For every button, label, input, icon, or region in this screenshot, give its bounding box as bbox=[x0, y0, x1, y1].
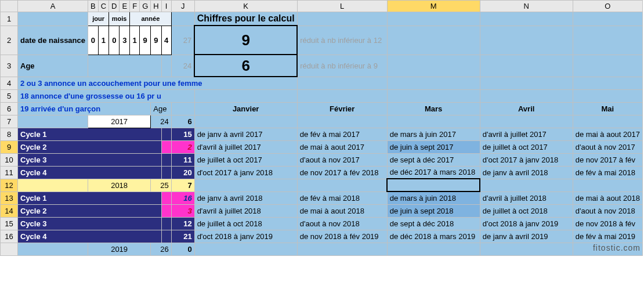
cell2-c2-n[interactable]: de juillet à oct 2018 bbox=[480, 204, 573, 217]
cell-c2-l[interactable]: de mai à aout 2017 bbox=[297, 140, 387, 153]
calc-title: Chiffres pour le calcul bbox=[194, 12, 297, 26]
row-6[interactable]: 6 bbox=[1, 102, 18, 115]
date-digit-1[interactable]: 1 bbox=[98, 26, 108, 55]
col-G[interactable]: G bbox=[140, 1, 151, 12]
calc-note-9: réduit à nb inférieur à 9 bbox=[297, 55, 387, 77]
col-F[interactable]: F bbox=[130, 1, 140, 12]
cell2-c2-o[interactable]: d'aout à nov 2018 bbox=[573, 204, 642, 217]
cell-c3-l[interactable]: d'aout à nov 2017 bbox=[297, 153, 387, 166]
col-A[interactable]: A bbox=[18, 1, 88, 12]
cell-c3-n[interactable]: d'oct 2017 à janv 2018 bbox=[480, 153, 573, 166]
date-digit-3[interactable]: 3 bbox=[120, 26, 130, 55]
cell2-c4-o[interactable]: de fév à mai 2019 bbox=[573, 230, 642, 243]
cell2-c2-k[interactable]: d'avril à juillet 2018 bbox=[194, 204, 297, 217]
val-2018: 7 bbox=[171, 179, 194, 191]
row-11[interactable]: 11 bbox=[1, 166, 18, 179]
cell-c1-k[interactable]: de janv à avril 2017 bbox=[194, 128, 297, 140]
col-K[interactable]: K bbox=[194, 1, 297, 12]
cell-c4-k[interactable]: d'oct 2017 à janv 2018 bbox=[194, 166, 297, 179]
date-digit-4[interactable]: 1 bbox=[130, 26, 140, 55]
row-12[interactable]: 12 bbox=[1, 179, 18, 191]
col-B[interactable]: B bbox=[88, 1, 99, 12]
cell-c1-m[interactable]: de mars à juin 2017 bbox=[387, 128, 480, 140]
note-row-4: 2 ou 3 annonce un accouchement pour une … bbox=[18, 77, 298, 89]
cell2-c1-l[interactable]: de fév à mai 2018 bbox=[297, 191, 387, 204]
row-14[interactable]: 14 bbox=[1, 204, 18, 217]
row-10[interactable]: 10 bbox=[1, 153, 18, 166]
cell2-c4-m[interactable]: de déc 2018 à mars 2019 bbox=[387, 230, 480, 243]
row-8[interactable]: 8 bbox=[1, 128, 18, 140]
cycle4-label-2: Cycle 4 bbox=[18, 230, 162, 243]
row-5[interactable]: 5 bbox=[1, 89, 18, 102]
note-row-5: 18 annonce d'une grossesse ou 16 pr u bbox=[18, 89, 195, 102]
label-age-col: Age bbox=[151, 102, 171, 115]
date-digit-6[interactable]: 9 bbox=[151, 26, 161, 55]
col-L[interactable]: L bbox=[297, 1, 387, 12]
row-3[interactable]: 3 bbox=[1, 55, 18, 77]
cell-c4-l[interactable]: de nov 2017 à fév 2018 bbox=[297, 166, 387, 179]
age-2019: 26 bbox=[151, 243, 171, 255]
label-annee: année bbox=[130, 12, 172, 26]
cell2-c1-m[interactable]: de mars à juin 2018 bbox=[387, 191, 480, 204]
col-C[interactable]: C bbox=[98, 1, 108, 12]
spreadsheet-grid[interactable]: A B C D E F G H I J K L M N O 1 jour moi… bbox=[0, 0, 643, 256]
row-2[interactable]: 2 bbox=[1, 26, 18, 55]
col-I[interactable]: I bbox=[161, 1, 171, 12]
cell2-c4-k[interactable]: d'oct 2018 à janv 2019 bbox=[194, 230, 297, 243]
col-E[interactable]: E bbox=[120, 1, 130, 12]
cell-c3-o[interactable]: de nov 2017 à fév bbox=[573, 153, 642, 166]
calc-box-6[interactable]: 6 bbox=[194, 55, 297, 77]
col-M[interactable]: M bbox=[387, 1, 480, 12]
cell-c2-n[interactable]: de juillet à oct 2017 bbox=[480, 140, 573, 153]
col-J[interactable]: J bbox=[171, 1, 194, 12]
cell-c2-k[interactable]: d'avril à juillet 2017 bbox=[194, 140, 297, 153]
col-N[interactable]: N bbox=[480, 1, 573, 12]
row-7[interactable]: 7 bbox=[1, 115, 18, 128]
cell-c1-n[interactable]: d'avril à juillet 2017 bbox=[480, 128, 573, 140]
cell-c2-m[interactable]: de juin à sept 2017 bbox=[387, 140, 480, 153]
column-headers: A B C D E F G H I J K L M N O bbox=[1, 1, 643, 12]
row-9[interactable]: 9 bbox=[1, 140, 18, 153]
cell-c1-o[interactable]: de mai à aout 2017 bbox=[573, 128, 642, 140]
col-D[interactable]: D bbox=[109, 1, 120, 12]
cell2-c3-n[interactable]: d'oct 2018 à janv 2019 bbox=[480, 217, 573, 230]
cell-c4-m[interactable]: de déc 2017 à mars 2018 bbox=[387, 166, 480, 179]
cell-c1-l[interactable]: de fév à mai 2017 bbox=[297, 128, 387, 140]
cell-c4-n[interactable]: de janv à avril 2018 bbox=[480, 166, 573, 179]
cell2-c1-k[interactable]: de janv à avril 2018 bbox=[194, 191, 297, 204]
cell2-c3-l[interactable]: d'aout à nov 2018 bbox=[297, 217, 387, 230]
row-15[interactable]: 15 bbox=[1, 217, 18, 230]
row-4[interactable]: 4 bbox=[1, 77, 18, 89]
row-16[interactable]: 16 bbox=[1, 230, 18, 243]
cell2-c2-m[interactable]: de juin à sept 2018 bbox=[387, 204, 480, 217]
cell-c3-k[interactable]: de juillet à oct 2017 bbox=[194, 153, 297, 166]
age-2017: 24 bbox=[151, 115, 171, 128]
cycle4-j-2017: 20 bbox=[171, 166, 194, 179]
cell-c3-m[interactable]: de sept à déc 2017 bbox=[387, 153, 480, 166]
year-2019: 2019 bbox=[88, 243, 151, 255]
cell2-c1-n[interactable]: d'avril à juillet 2018 bbox=[480, 191, 573, 204]
date-digit-0[interactable]: 0 bbox=[88, 26, 99, 55]
cell2-c4-l[interactable]: de nov 2018 à fév 2019 bbox=[297, 230, 387, 243]
cell2-c1-o[interactable]: de mai à aout 2018 bbox=[573, 191, 642, 204]
calc-box-9[interactable]: 9 bbox=[194, 26, 297, 55]
row-1[interactable]: 1 bbox=[1, 12, 18, 26]
date-digit-5[interactable]: 9 bbox=[140, 26, 151, 55]
col-O[interactable]: O bbox=[573, 1, 642, 12]
row-17[interactable] bbox=[1, 243, 18, 255]
cell2-c2-l[interactable]: de mai à aout 2018 bbox=[297, 204, 387, 217]
cell2-c3-o[interactable]: de nov 2018 à fév bbox=[573, 217, 642, 230]
cycle2-j-2017: 2 bbox=[171, 140, 194, 153]
row-13[interactable]: 13 bbox=[1, 191, 18, 204]
cell-c4-o[interactable]: de fév à mai 2018 bbox=[573, 166, 642, 179]
selected-cell-M12[interactable] bbox=[387, 179, 480, 191]
year-2017[interactable]: 2017 bbox=[88, 115, 151, 128]
cell2-c3-m[interactable]: de sept à déc 2018 bbox=[387, 217, 480, 230]
date-digit-7[interactable]: 4 bbox=[161, 26, 171, 55]
cell2-c4-n[interactable]: de janv à avril 2019 bbox=[480, 230, 573, 243]
col-H[interactable]: H bbox=[151, 1, 161, 12]
val-2017: 6 bbox=[171, 115, 194, 128]
cell2-c3-k[interactable]: de juillet à oct 2018 bbox=[194, 217, 297, 230]
cell-c2-o[interactable]: d'aout à nov 2017 bbox=[573, 140, 642, 153]
date-digit-2[interactable]: 0 bbox=[109, 26, 120, 55]
